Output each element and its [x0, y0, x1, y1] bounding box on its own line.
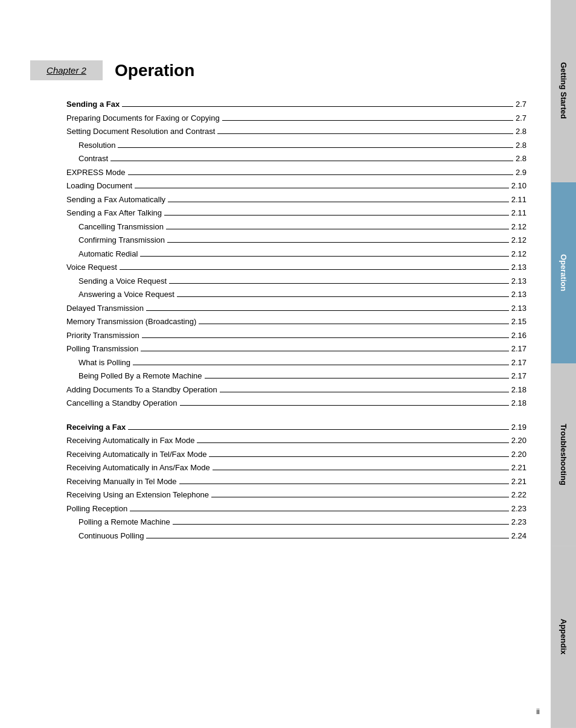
- toc-page-number: 2.21: [511, 462, 526, 474]
- toc-page-number: 2.21: [511, 476, 526, 488]
- toc-item: Sending a Fax Automatically2.11: [66, 194, 526, 206]
- toc-dots: [211, 497, 509, 497]
- toc-item: What is Polling2.17: [66, 357, 526, 369]
- toc-page-number: 2.7: [516, 98, 526, 110]
- toc-dots: [110, 161, 513, 161]
- sidebar-tab-operation[interactable]: Operation: [551, 182, 576, 365]
- sidebar-tab-appendix[interactable]: Appendix: [551, 546, 576, 729]
- toc-dots: [180, 405, 509, 406]
- toc-page-number: 2.13: [511, 261, 526, 273]
- toc-item-text: Loading Document: [66, 180, 132, 192]
- toc-item-text: Polling Reception: [66, 503, 127, 515]
- toc-page-number: 2.17: [511, 343, 526, 355]
- toc-section-receiving: Receiving a Fax2.19Receiving Automatical…: [66, 421, 526, 542]
- toc-page-number: 2.17: [511, 357, 526, 369]
- toc-page-number: 2.12: [511, 248, 526, 260]
- toc-item: Receiving Automatically in Fax Mode2.20: [66, 435, 526, 447]
- operation-label: Operation: [559, 254, 568, 291]
- toc-item-text: Continuous Polling: [66, 530, 144, 542]
- toc-page-number: 2.18: [511, 384, 526, 396]
- toc-item: Polling a Remote Machine2.23: [66, 516, 526, 528]
- toc-item: Resolution2.8: [66, 139, 526, 152]
- toc-dots: [199, 324, 508, 324]
- toc-page-number: 2.12: [511, 234, 526, 246]
- toc-page-number: 2.24: [511, 530, 526, 542]
- toc-item-text: Automatic Redial: [66, 248, 138, 260]
- toc-item: Automatic Redial2.12: [66, 248, 526, 260]
- toc-dots: [205, 378, 509, 378]
- toc-page-number: 2.23: [511, 503, 526, 515]
- toc-item: Memory Transmission (Broadcasting)2.15: [66, 316, 526, 328]
- toc-item-text: Cancelling a Standby Operation: [66, 397, 178, 409]
- toc-page-number: 2.11: [511, 207, 526, 219]
- toc-page-number: 2.23: [511, 516, 526, 528]
- toc-page-number: 2.16: [511, 330, 526, 342]
- toc-page-number: 2.17: [511, 370, 526, 382]
- troubleshooting-label: Troubleshooting: [559, 424, 568, 485]
- toc-dots: [169, 283, 509, 284]
- toc-dots: [118, 147, 513, 148]
- toc-item: Polling Transmission2.17: [66, 343, 526, 355]
- chapter-header: Chapter 2 Operation: [30, 60, 526, 80]
- toc-item-text: Receiving Manually in Tel Mode: [66, 476, 177, 488]
- toc-item: Confirming Transmission2.12: [66, 234, 526, 246]
- toc-item-text: Answering a Voice Request: [66, 289, 174, 301]
- getting-started-label: Getting Started: [559, 62, 568, 119]
- toc-dots: [135, 188, 509, 188]
- toc-item: Cancelling a Standby Operation2.18: [66, 397, 526, 409]
- toc-item-text: Resolution: [66, 139, 115, 152]
- toc-dots: [209, 456, 508, 457]
- toc-dots: [122, 106, 513, 107]
- toc-page-number: 2.15: [511, 316, 526, 328]
- toc-dots: [166, 229, 509, 229]
- toc-dots: [120, 269, 509, 270]
- toc-item-text: Receiving Automatically in Tel/Fax Mode: [66, 449, 206, 461]
- toc-page-number: 2.19: [511, 421, 526, 433]
- toc-dots: [130, 511, 509, 511]
- toc-item-text: Cancelling Transmission: [66, 221, 164, 233]
- toc-item-text: Sending a Fax After Talking: [66, 207, 162, 219]
- toc-item: Loading Document2.10: [66, 180, 526, 192]
- toc-item-text: Setting Document Resolution and Contrast: [66, 126, 215, 138]
- chapter-label: Chapter 2: [30, 60, 103, 80]
- toc-item: Adding Documents To a Standby Operation2…: [66, 384, 526, 396]
- toc-dots: [179, 484, 509, 484]
- toc-dots: [133, 365, 509, 365]
- toc-item: Receiving Using an Extension Telephone2.…: [66, 489, 526, 501]
- toc-page-number: 2.20: [511, 449, 526, 461]
- toc-page-number: 2.10: [511, 180, 526, 192]
- sidebar: Getting Started Operation Troubleshootin…: [551, 0, 576, 728]
- toc-item-text: Receiving a Fax: [66, 421, 126, 433]
- sidebar-tab-troubleshooting[interactable]: Troubleshooting: [551, 364, 576, 546]
- toc-dots: [173, 524, 509, 525]
- toc-item-text: EXPRESS Mode: [66, 167, 126, 179]
- toc-item: Cancelling Transmission2.12: [66, 221, 526, 233]
- toc-item-text: Delayed Transmission: [66, 302, 144, 315]
- toc-item: Setting Document Resolution and Contrast…: [66, 126, 526, 138]
- toc-dots: [141, 351, 508, 351]
- toc-page-number: 2.12: [511, 221, 526, 233]
- toc-dots: [217, 133, 513, 134]
- toc-item-text: Receiving Automatically in Fax Mode: [66, 435, 194, 447]
- toc-item: Delayed Transmission2.13: [66, 302, 526, 315]
- toc-page-number: 2.13: [511, 289, 526, 301]
- toc-page-number: 2.11: [511, 194, 526, 206]
- toc-dots: [197, 442, 508, 443]
- toc-item: Contrast2.8: [66, 153, 526, 165]
- toc-page-number: 2.8: [516, 139, 526, 152]
- toc-item-text: Sending a Fax Automatically: [66, 194, 165, 206]
- toc-item-text: Sending a Voice Request: [66, 275, 167, 287]
- toc-item-text: Receiving Using an Extension Telephone: [66, 489, 209, 501]
- toc-page-number: 2.7: [516, 112, 526, 124]
- toc-item-text: What is Polling: [66, 357, 130, 369]
- toc-item-text: Adding Documents To a Standby Operation: [66, 384, 217, 396]
- sidebar-tab-getting-started[interactable]: Getting Started: [551, 0, 576, 182]
- toc-item-text: Sending a Fax: [66, 98, 120, 110]
- toc-dots: [168, 202, 509, 202]
- toc-page-number: 2.13: [511, 275, 526, 287]
- toc-item: Sending a Voice Request2.13: [66, 275, 526, 287]
- toc-item: Priority Transmission2.16: [66, 330, 526, 342]
- toc-item: EXPRESS Mode2.9: [66, 167, 526, 179]
- toc-item-text: Polling Transmission: [66, 343, 138, 355]
- toc-dots: [142, 337, 509, 338]
